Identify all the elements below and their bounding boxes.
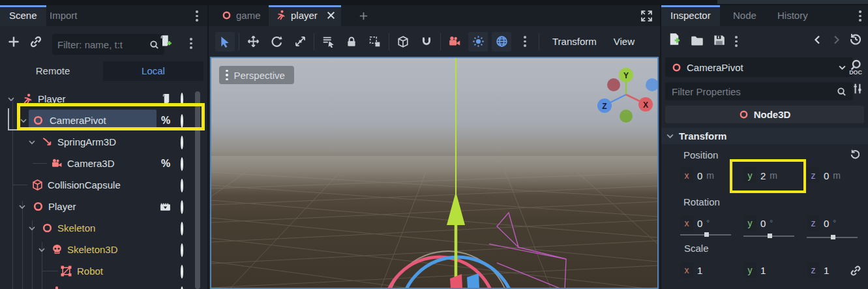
lock-tool[interactable] <box>342 32 361 52</box>
rotation-x-value[interactable]: 0 <box>697 218 702 229</box>
add-node-icon[interactable] <box>7 35 20 48</box>
visibility-eye-icon[interactable] <box>181 243 183 257</box>
open-docs-icon[interactable]: DOC <box>848 59 863 76</box>
inspector-menu-icon[interactable] <box>859 10 861 22</box>
tree-row[interactable]: Player <box>0 196 207 217</box>
environment-preview-toggle[interactable] <box>492 32 511 52</box>
rotation-z-field[interactable]: z 0 ° <box>807 215 836 231</box>
resource-menu-icon[interactable] <box>735 36 738 47</box>
chevron-down-icon[interactable] <box>29 225 35 232</box>
move-tool[interactable] <box>243 32 263 52</box>
rotation-x-field[interactable]: x 0 ° <box>680 215 710 231</box>
revert-icon[interactable] <box>850 149 861 160</box>
new-resource-icon[interactable] <box>668 33 681 46</box>
filter-properties-input[interactable]: Filter Properties <box>665 82 853 100</box>
inspector-dock: Inspector Node History CameraPivot DOC <box>661 5 868 289</box>
list-select-tool[interactable] <box>318 32 338 52</box>
transform-menu[interactable]: Transform <box>543 36 606 47</box>
scene-filter-input[interactable]: Filter: name, t:t <box>52 34 164 55</box>
tree-row[interactable]: Skeleton <box>0 217 207 239</box>
projection-selector[interactable]: Perspective <box>219 66 294 84</box>
transform-section-header[interactable]: Transform <box>661 128 868 144</box>
visibility-eye-icon[interactable] <box>181 286 183 289</box>
position-z-field[interactable]: z 0 m <box>807 168 841 183</box>
visibility-eye-icon[interactable] <box>181 136 183 149</box>
scene-tab-player[interactable]: player <box>269 5 341 26</box>
select-tool[interactable] <box>215 32 235 52</box>
load-resource-folder-icon[interactable] <box>691 34 704 47</box>
chevron-down-icon <box>666 132 674 140</box>
position-x-value[interactable]: 0 <box>697 170 702 181</box>
tree-row[interactable]: SpringArm3D <box>0 131 207 153</box>
axis-x-chip: x <box>680 215 693 231</box>
tree-item-label: Bullet <box>67 282 92 289</box>
sun-preview-toggle[interactable] <box>468 32 488 52</box>
extra-options-icon[interactable] <box>515 32 535 52</box>
scale-tool[interactable] <box>290 32 310 52</box>
position-z-value[interactable]: 0 <box>824 170 829 181</box>
remote-tab[interactable]: Remote <box>4 61 102 81</box>
scene-tab-game[interactable]: game <box>215 5 270 26</box>
edited-object-selector[interactable]: CameraPivot <box>665 57 853 77</box>
tree-row[interactable]: Camera3D % <box>0 153 207 174</box>
visibility-eye-icon[interactable] <box>181 157 183 171</box>
rotation-y-field[interactable]: y 0 ° <box>743 215 773 231</box>
visibility-eye-icon[interactable] <box>181 200 183 214</box>
scale-z-value[interactable]: 1 <box>824 265 829 276</box>
chevron-down-icon[interactable] <box>29 139 35 145</box>
tree-row[interactable]: Robot <box>0 260 207 282</box>
scale-y-field[interactable]: y 1 <box>743 262 766 278</box>
tab-import[interactable]: Import <box>40 5 87 26</box>
local-tab[interactable]: Local <box>103 61 203 81</box>
unique-name-badge[interactable]: % <box>161 153 170 174</box>
history-forward-icon[interactable] <box>831 35 841 45</box>
scale-z-field[interactable]: z 1 <box>807 262 829 278</box>
scale-x-field[interactable]: x 1 <box>680 262 702 278</box>
rotation-z-value[interactable]: 0 <box>824 218 829 229</box>
rotation-y-slider[interactable] <box>743 236 794 237</box>
view-menu[interactable]: View <box>610 36 638 47</box>
property-tools-icon[interactable] <box>852 83 863 95</box>
snap-toggle[interactable] <box>417 32 436 52</box>
viewport-menu-icon[interactable] <box>226 70 228 81</box>
annotation-box-camerapivot <box>17 103 205 130</box>
position-x-field[interactable]: x 0 m <box>680 168 714 183</box>
tree-row[interactable]: CollisionCapsule <box>0 174 207 196</box>
scale-y-value[interactable]: 1 <box>760 265 766 276</box>
visibility-eye-icon[interactable] <box>181 265 183 279</box>
instance-scene-icon[interactable] <box>29 35 42 48</box>
tree-row[interactable]: Bullet <box>0 282 207 289</box>
viewport-3d[interactable]: Y X Z Perspective <box>210 57 659 289</box>
new-scene-tab-icon[interactable] <box>359 11 368 21</box>
dock-menu-icon[interactable] <box>196 10 198 22</box>
tree-menu-icon[interactable] <box>190 38 192 49</box>
local-space-toggle[interactable] <box>393 32 413 52</box>
attach-script-icon[interactable] <box>159 35 172 48</box>
object-history-icon[interactable] <box>849 33 862 46</box>
class-header[interactable]: Node3D <box>665 106 864 123</box>
history-back-icon[interactable] <box>813 35 823 45</box>
save-resource-icon[interactable] <box>713 34 725 46</box>
chevron-down-icon[interactable] <box>38 247 45 253</box>
tab-node[interactable]: Node <box>724 5 766 26</box>
scale-x-value[interactable]: 1 <box>697 265 702 276</box>
viewport-render: Y X Z <box>211 58 657 288</box>
rotation-y-value[interactable]: 0 <box>760 218 766 229</box>
tree-row[interactable]: Skeleton3D <box>0 239 207 260</box>
rotation-x-slider[interactable] <box>680 234 731 236</box>
camera-preview-toggle[interactable] <box>445 32 464 52</box>
tab-inspector[interactable]: Inspector <box>661 5 720 26</box>
visibility-eye-icon[interactable] <box>181 222 183 236</box>
expand-viewport-icon[interactable] <box>641 10 652 22</box>
chevron-down-icon[interactable] <box>8 96 14 102</box>
tab-scene[interactable]: Scene <box>0 5 46 26</box>
visibility-eye-icon[interactable] <box>181 179 183 192</box>
chevron-down-icon[interactable] <box>19 204 25 210</box>
editable-children-icon[interactable] <box>160 202 171 213</box>
group-tool[interactable] <box>365 32 385 52</box>
rotate-tool[interactable] <box>267 32 286 52</box>
close-icon[interactable] <box>327 11 335 20</box>
rotation-z-slider[interactable] <box>807 237 858 238</box>
tab-history[interactable]: History <box>768 5 817 26</box>
link-scale-icon[interactable] <box>850 265 861 277</box>
